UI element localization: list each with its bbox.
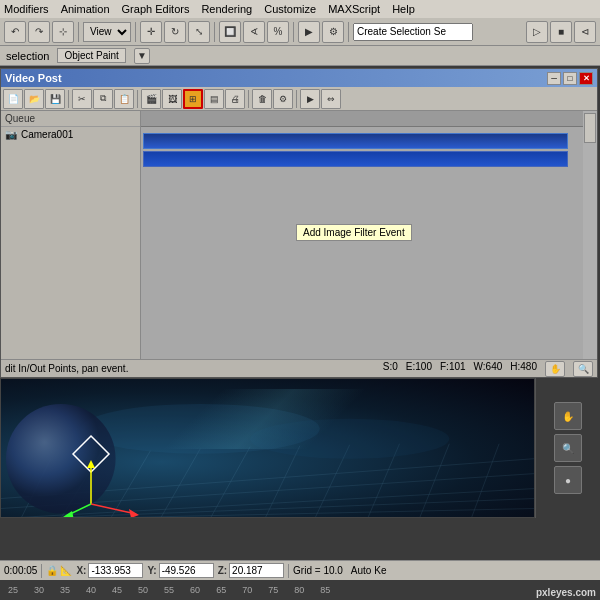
toolbar-sep-1 — [78, 22, 79, 42]
selection-bar: selection Object Paint ▼ — [0, 46, 600, 66]
camera-icon: 📷 — [5, 129, 17, 140]
selection-label: selection — [6, 50, 49, 62]
object-paint-tab[interactable]: Object Paint — [57, 48, 125, 63]
vp-status-zoom-button[interactable]: 🔍 — [573, 361, 593, 377]
vp-delete-button[interactable]: 🗑 — [252, 89, 272, 109]
snap-button[interactable]: 🔲 — [219, 21, 241, 43]
vp-track-area — [141, 127, 597, 173]
select-button[interactable]: ⊹ — [52, 21, 74, 43]
status-sep-1 — [41, 564, 42, 578]
vp-vertical-scrollbar[interactable] — [583, 111, 597, 363]
vp-track-2[interactable] — [143, 151, 568, 167]
close-button[interactable]: ✕ — [579, 72, 593, 85]
vp-properties-button[interactable]: ⚙ — [273, 89, 293, 109]
render-settings-button[interactable]: ⚙ — [322, 21, 344, 43]
vp-track-1[interactable] — [143, 133, 568, 149]
z-coord-field: Z: — [218, 563, 284, 578]
vp-sep-4 — [296, 90, 297, 108]
y-input[interactable] — [159, 563, 214, 578]
tooltip: Add Image Filter Event — [296, 224, 412, 241]
move-button[interactable]: ✛ — [140, 21, 162, 43]
z-label: Z: — [218, 565, 227, 576]
right-panel-btn-3[interactable]: ● — [554, 466, 582, 494]
toolbar-sep-4 — [293, 22, 294, 42]
vp-queue-panel: Queue 📷 Camera001 — [1, 111, 141, 377]
toolbar-sep-3 — [214, 22, 215, 42]
vp-status-text: dit In/Out Points, pan event. — [5, 363, 128, 374]
timeline-ruler: 25 30 35 40 45 50 55 60 65 70 75 80 85 — [0, 580, 600, 600]
ruler-mark-40: 40 — [86, 585, 96, 595]
percent-snap-button[interactable]: % — [267, 21, 289, 43]
vp-toolbar: 📄 📂 💾 ✂ ⧉ 📋 🎬 🖼 ⊞ ▤ 🖨 🗑 ⚙ ▶ ⇔ — [1, 87, 597, 111]
selection-options-button[interactable]: ▼ — [134, 48, 150, 64]
vp-status-s: S:0 — [383, 361, 398, 377]
rotate-button[interactable]: ↻ — [164, 21, 186, 43]
x-input[interactable] — [88, 563, 143, 578]
svg-line-4 — [81, 509, 534, 517]
vp-add-image-output-button[interactable]: 🖨 — [225, 89, 245, 109]
vp-timeline-header — [141, 111, 597, 127]
ruler-mark-50: 50 — [138, 585, 148, 595]
ruler-mark-30: 30 — [34, 585, 44, 595]
vp-sep-1 — [68, 90, 69, 108]
vp-paste-button[interactable]: 📋 — [114, 89, 134, 109]
keyframe-button[interactable]: ⊲ — [574, 21, 596, 43]
3d-viewport[interactable] — [0, 378, 535, 518]
svg-line-21 — [91, 504, 136, 514]
vp-sep-2 — [137, 90, 138, 108]
vp-add-filter-button[interactable]: ⊞ — [183, 89, 203, 109]
vp-cut-button[interactable]: ✂ — [72, 89, 92, 109]
vp-add-image-input-button[interactable]: 🖼 — [162, 89, 182, 109]
menu-maxscript[interactable]: MAXScript — [328, 3, 380, 15]
vp-new-button[interactable]: 📄 — [3, 89, 23, 109]
menu-customize[interactable]: Customize — [264, 3, 316, 15]
vp-save-button[interactable]: 💾 — [45, 89, 65, 109]
viewport-content — [1, 379, 534, 517]
ruler-mark-70: 70 — [242, 585, 252, 595]
y-label: Y: — [147, 565, 156, 576]
vp-add-layer-button[interactable]: ▤ — [204, 89, 224, 109]
vp-status-e: E:100 — [406, 361, 432, 377]
minimize-button[interactable]: ─ — [547, 72, 561, 85]
play-button[interactable]: ▷ — [526, 21, 548, 43]
vp-content: Queue 📷 Camera001 — [1, 111, 597, 377]
stop-button[interactable]: ■ — [550, 21, 572, 43]
svg-marker-22 — [129, 509, 139, 517]
watermark: pxleyes.com — [536, 587, 596, 598]
right-panel-btn-2[interactable]: 🔍 — [554, 434, 582, 462]
view-select[interactable]: View — [83, 22, 131, 42]
vp-camera-item[interactable]: 📷 Camera001 — [1, 127, 140, 142]
ruler-mark-35: 35 — [60, 585, 70, 595]
maximize-button[interactable]: □ — [563, 72, 577, 85]
lock-icon: 🔒 — [46, 565, 58, 576]
scale-button[interactable]: ⤡ — [188, 21, 210, 43]
menu-rendering[interactable]: Rendering — [201, 3, 252, 15]
autokey-label: Auto Ke — [351, 565, 387, 576]
menu-modifiers[interactable]: Modifiers — [4, 3, 49, 15]
vp-open-button[interactable]: 📂 — [24, 89, 44, 109]
vp-add-scene-button[interactable]: 🎬 — [141, 89, 161, 109]
coord-icon: 📐 — [60, 565, 72, 576]
vp-timeline-panel — [141, 111, 597, 377]
lock-icon-container: 🔒 📐 — [46, 565, 72, 576]
svg-line-10 — [265, 446, 300, 517]
titlebar-controls: ─ □ ✕ — [547, 72, 593, 85]
right-panel-btn-1[interactable]: ✋ — [554, 402, 582, 430]
menu-help[interactable]: Help — [392, 3, 415, 15]
undo-button[interactable]: ↶ — [4, 21, 26, 43]
vp-execute-button[interactable]: ▶ — [300, 89, 320, 109]
vp-status-hand-button[interactable]: ✋ — [545, 361, 565, 377]
svg-point-16 — [250, 419, 449, 459]
render-button[interactable]: ▶ — [298, 21, 320, 43]
vp-vscroll-thumb[interactable] — [584, 113, 596, 143]
redo-button[interactable]: ↷ — [28, 21, 50, 43]
vp-copy-button[interactable]: ⧉ — [93, 89, 113, 109]
svg-marker-20 — [87, 460, 95, 468]
vp-range-button[interactable]: ⇔ — [321, 89, 341, 109]
menu-graph-editors[interactable]: Graph Editors — [122, 3, 190, 15]
angle-snap-button[interactable]: ∢ — [243, 21, 265, 43]
menu-animation[interactable]: Animation — [61, 3, 110, 15]
selection-input[interactable] — [353, 23, 473, 41]
x-coord-field: X: — [76, 563, 143, 578]
z-input[interactable] — [229, 563, 284, 578]
